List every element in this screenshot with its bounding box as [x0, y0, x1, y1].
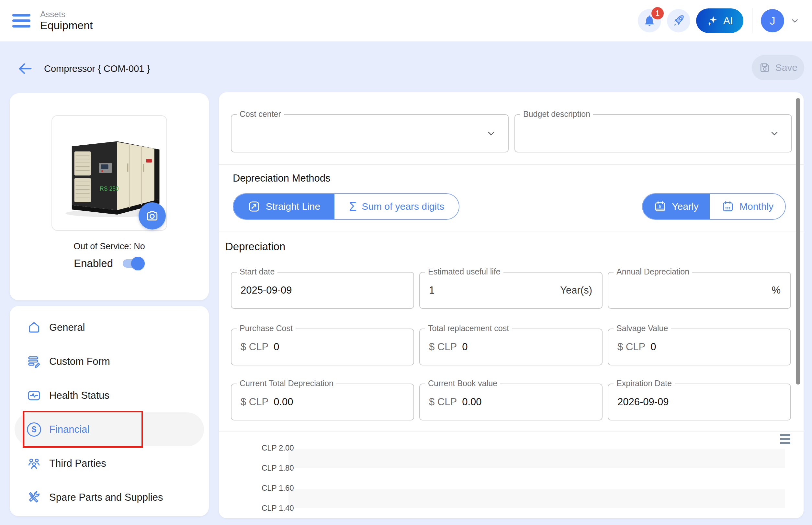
rocket-button[interactable] — [667, 9, 690, 32]
currency-prefix: $ CLP — [429, 396, 457, 408]
sidebar-item-general[interactable]: General — [10, 311, 209, 344]
expiration-date-field[interactable]: Expiration Date 2026-09-09 — [608, 384, 791, 420]
asset-photo-frame: RS 250 — [51, 115, 167, 231]
out-of-service-status: Out of Service: No — [10, 241, 209, 252]
field-label: Total replacement cost — [425, 324, 512, 333]
enabled-toggle[interactable] — [123, 257, 145, 270]
asset-photo-card: RS 250 Out of Service: No Enabled — [10, 93, 209, 300]
currency-prefix: $ CLP — [240, 341, 268, 353]
field-value: 0 — [274, 341, 279, 353]
purchase-cost-field[interactable]: Purchase Cost $ CLP 0 — [231, 329, 414, 365]
sidebar-item-custom-form[interactable]: Custom Form — [10, 344, 209, 378]
depreciation-method-toggle: Straight Line Σ Sum of years digits — [233, 193, 459, 220]
chart-menu-icon[interactable] — [780, 434, 791, 444]
header-divider — [752, 8, 752, 33]
chart-ytick: CLP 1.80 — [262, 464, 294, 472]
period-yearly-button[interactable]: 8 Yearly — [643, 194, 710, 219]
change-photo-button[interactable] — [138, 202, 166, 229]
field-label: Estimated useful life — [425, 267, 503, 276]
sidebar-item-label: Custom Form — [49, 356, 110, 368]
asset-sections-menu: General Custom Form Health Status — [10, 306, 209, 516]
avatar-initial: J — [770, 15, 776, 27]
annotation-red-box — [23, 411, 143, 448]
field-value: 0.00 — [274, 396, 293, 408]
back-arrow-icon — [17, 60, 34, 77]
chart-ytick: CLP 2.00 — [262, 444, 294, 452]
chevron-down-icon — [486, 128, 496, 138]
field-value: 2025-09-09 — [240, 285, 292, 296]
health-icon — [27, 388, 42, 403]
method-label: Straight Line — [266, 201, 320, 212]
form-icon — [27, 354, 42, 369]
asset-title: Compressor { COM-001 } — [44, 63, 150, 74]
page-heading: Assets Equipment — [40, 10, 93, 32]
field-suffix: % — [771, 285, 781, 296]
scrollbar[interactable] — [796, 98, 800, 385]
field-value: 0 — [462, 341, 468, 353]
salvage-value-field[interactable]: Salvage Value $ CLP 0 — [608, 329, 791, 365]
enabled-row: Enabled — [10, 257, 209, 270]
field-label: Expiration Date — [614, 379, 675, 388]
sidebar-item-health-status[interactable]: Health Status — [10, 378, 209, 412]
current-book-value-field[interactable]: Current Book value $ CLP 0.00 — [419, 384, 603, 420]
chart-ytick: CLP 1.60 — [262, 483, 294, 493]
cost-center-select[interactable]: Cost center — [231, 114, 508, 152]
method-label: Sum of years digits — [361, 201, 444, 212]
sidebar-item-third-parties[interactable]: Third Parties — [10, 446, 209, 480]
avatar[interactable]: J — [761, 9, 784, 32]
total-replacement-cost-field[interactable]: Total replacement cost $ CLP 0 — [419, 329, 603, 365]
ai-button-label: AI — [723, 15, 733, 27]
ai-button[interactable]: AI — [696, 9, 743, 33]
sidebar-item-label: Health Status — [49, 390, 109, 401]
sigma-icon: Σ — [349, 200, 357, 213]
field-value: 2026-09-09 — [617, 396, 669, 408]
top-bar: Assets Equipment 1 — [0, 0, 812, 42]
sidebar-item-label: Third Parties — [49, 458, 106, 469]
camera-icon — [145, 209, 159, 223]
period-monthly-button[interactable]: Monthly — [710, 194, 785, 219]
cost-center-label: Cost center — [237, 109, 284, 119]
trend-chart-icon — [248, 200, 261, 213]
avatar-menu-button[interactable] — [790, 16, 800, 26]
enabled-label: Enabled — [74, 257, 113, 270]
toggle-thumb — [131, 257, 145, 270]
rocket-icon — [672, 14, 685, 28]
sidebar-item-spare-parts[interactable]: Spare Parts and Supplies — [10, 480, 209, 514]
sidebar-item-label: General — [49, 322, 85, 333]
calendar-month-icon — [721, 200, 734, 213]
currency-prefix: $ CLP — [429, 341, 457, 353]
tools-icon — [27, 490, 42, 505]
menu-icon[interactable] — [12, 13, 31, 28]
breadcrumb-section: Assets — [40, 10, 93, 19]
page-title: Equipment — [40, 19, 93, 32]
field-suffix: Year(s) — [560, 285, 592, 296]
method-straight-line-button[interactable]: Straight Line — [233, 194, 335, 219]
top-bar-actions: 1 AI J — [638, 8, 800, 33]
useful-life-field[interactable]: Estimated useful life 1 Year(s) — [419, 272, 603, 309]
notifications-button[interactable]: 1 — [638, 9, 661, 32]
budget-description-select[interactable]: Budget description — [515, 114, 792, 152]
app-screen: Assets Equipment 1 — [0, 0, 812, 525]
calendar-year-icon: 8 — [654, 200, 667, 213]
back-button[interactable] — [17, 60, 34, 77]
field-label: Start date — [237, 267, 278, 276]
period-label: Yearly — [672, 201, 698, 212]
period-label: Monthly — [739, 201, 773, 212]
people-icon — [27, 456, 42, 471]
divider — [219, 231, 803, 231]
current-total-depreciation-field[interactable]: Current Total Depreciation $ CLP 0.00 — [231, 384, 414, 420]
chevron-down-icon — [769, 128, 780, 138]
field-label: Annual Depreciation — [614, 267, 692, 276]
divider — [219, 432, 803, 432]
start-date-field[interactable]: Start date 2025-09-09 — [231, 272, 414, 309]
annual-depreciation-field[interactable]: Annual Depreciation % — [608, 272, 791, 309]
chart-band — [289, 490, 785, 508]
depreciation-title: Depreciation — [225, 240, 285, 253]
financial-panel: Cost center Budget description Depreciat… — [219, 92, 803, 518]
notification-badge: 1 — [651, 7, 664, 19]
save-button[interactable]: Save — [752, 55, 804, 80]
budget-description-label: Budget description — [520, 109, 593, 119]
sparkle-icon — [707, 15, 719, 27]
method-sum-of-years-button[interactable]: Σ Sum of years digits — [335, 194, 459, 219]
sidebar-item-label: Spare Parts and Supplies — [49, 492, 163, 503]
